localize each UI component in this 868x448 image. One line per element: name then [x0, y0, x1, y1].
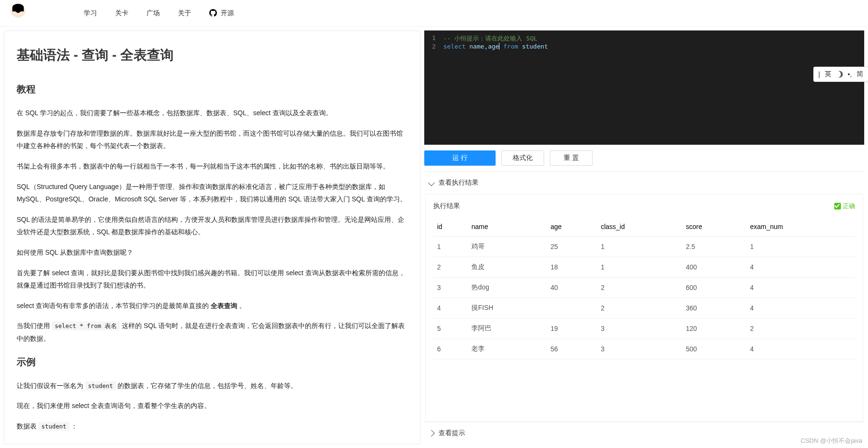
- nav-about[interactable]: 关于: [178, 9, 191, 18]
- comment-text: 小恒提示：请在此处输入 SQL: [454, 35, 537, 42]
- cell: 2: [597, 298, 682, 319]
- comment-prefix: --: [443, 35, 454, 42]
- top-header: 学习 关卡 广场 关于 开源: [0, 0, 868, 27]
- text: 当我们使用: [17, 322, 52, 329]
- result-title: 执行结果: [433, 202, 460, 210]
- col-exam_num: exam_num: [746, 217, 855, 237]
- para: SQL 的语法是简单易学的，它使用类似自然语言的结构，方便开发人员和数据库管理员…: [17, 213, 408, 239]
- collapse-result-label: 查看执行结果: [439, 179, 478, 187]
- cell: 2: [433, 257, 468, 278]
- cell: 2: [597, 278, 682, 298]
- col-class_id: class_id: [597, 217, 682, 237]
- table-row: 6老李5635004: [433, 339, 855, 359]
- col-id: id: [433, 217, 468, 237]
- ident-table: student: [522, 43, 548, 50]
- cell: 5: [433, 319, 468, 339]
- cell: 56: [546, 339, 597, 359]
- format-button[interactable]: 格式化: [501, 150, 544, 166]
- text: 数据表: [17, 422, 39, 430]
- cell: 6: [433, 339, 468, 359]
- para: 在 SQL 学习的起点，我们需要了解一些基本概念，包括数据库、数据表、SQL、s…: [17, 107, 408, 119]
- collapse-hint-label: 查看提示: [439, 429, 465, 438]
- cell: 4: [433, 298, 468, 319]
- nav-opensource-label: 开源: [221, 9, 234, 17]
- cell: 4: [746, 298, 855, 319]
- table-row: 2鱼皮1814004: [433, 257, 855, 278]
- cell: 4: [746, 257, 855, 278]
- moon-icon[interactable]: [836, 71, 843, 78]
- cell: 500: [682, 339, 746, 359]
- cell: 1: [597, 237, 682, 257]
- kw-from: from: [499, 43, 522, 50]
- ime-cursor-icon: |: [819, 70, 820, 78]
- cell: [546, 298, 597, 319]
- result-table: idnameageclass_idscoreexam_num 1鸡哥2512.5…: [433, 217, 855, 359]
- status-badge-correct: 正确: [834, 202, 855, 210]
- nav-study[interactable]: 学习: [84, 9, 97, 18]
- para: 如何使用 SQL 从数据库中查询数据呢？: [17, 246, 408, 259]
- para: 让我们假设有一张名为 student 的数据表，它存储了学生的信息，包括学号、姓…: [17, 379, 408, 392]
- ident-list: name,age: [466, 43, 499, 50]
- cell: 1: [597, 257, 682, 278]
- cell: 3: [433, 278, 468, 298]
- code-student-2: student: [39, 422, 69, 431]
- text: 。: [239, 302, 246, 309]
- cell: 4: [746, 339, 855, 359]
- cell: 40: [546, 278, 597, 298]
- text: ：: [71, 422, 78, 430]
- cell: 25: [546, 237, 597, 257]
- cell: 李阿巴: [468, 319, 546, 339]
- top-nav: 学习 关卡 广场 关于 开源: [84, 9, 234, 18]
- bold-full-query: 全表查询: [211, 302, 237, 309]
- col-name: name: [468, 217, 546, 237]
- collapse-hint-header[interactable]: 查看提示: [424, 422, 864, 444]
- reset-button[interactable]: 重 置: [550, 150, 593, 166]
- cell: 鸡哥: [468, 237, 546, 257]
- chevron-right-icon: [428, 430, 435, 437]
- col-age: age: [546, 217, 597, 237]
- text: select 查询语句有非常多的语法，本节我们学习的是最简单直接的: [17, 302, 211, 309]
- table-row: 4摸FISH23604: [433, 298, 855, 319]
- table-row: 5李阿巴1931202: [433, 319, 855, 339]
- avatar[interactable]: [10, 5, 27, 22]
- ime-lang[interactable]: 英: [825, 70, 831, 79]
- kw-select: select: [443, 43, 466, 50]
- main-split: 基础语法 - 查询 - 全表查询 教程 在 SQL 学习的起点，我们需要了解一些…: [0, 27, 868, 448]
- cell: 18: [546, 257, 597, 278]
- cell: 1: [746, 237, 855, 257]
- sql-editor[interactable]: 1 -- 小恒提示：请在此处输入 SQL 2 select name,age f…: [424, 30, 864, 145]
- ime-simp[interactable]: 简: [857, 70, 863, 79]
- github-icon: [209, 9, 217, 17]
- heading-tutorial: 教程: [17, 80, 408, 98]
- para: 数据表 student ：: [17, 420, 408, 433]
- nav-opensource[interactable]: 开源: [209, 9, 234, 18]
- para: 数据库是存放专门存放和管理数据的库。数据库就好比是一座大型的图书馆，而这个图书馆…: [17, 127, 408, 152]
- cell: 600: [682, 278, 746, 298]
- cell: 鱼皮: [468, 257, 546, 278]
- heading-example: 示例: [17, 353, 408, 371]
- result-panel: 执行结果 正确 idnameageclass_idscoreexam_num 1…: [425, 194, 863, 422]
- code-select-from: select * from 表名: [52, 321, 120, 330]
- run-button[interactable]: 运 行: [424, 150, 496, 166]
- nav-square[interactable]: 广场: [146, 9, 160, 18]
- nav-levels[interactable]: 关卡: [115, 9, 128, 18]
- cell: 2: [746, 319, 855, 339]
- cell: 3: [597, 319, 682, 339]
- ime-toolbar[interactable]: | 英 •, 简: [813, 67, 868, 82]
- col-score: score: [682, 217, 746, 237]
- cell: 3: [597, 339, 682, 359]
- code-student: student: [85, 381, 116, 390]
- tutorial-panel[interactable]: 基础语法 - 查询 - 全表查询 教程 在 SQL 学习的起点，我们需要了解一些…: [4, 30, 420, 444]
- collapse-result-header[interactable]: 查看执行结果: [424, 171, 864, 194]
- cell: 1: [433, 237, 468, 257]
- cell: 19: [546, 319, 597, 339]
- ime-punct[interactable]: •,: [848, 70, 852, 78]
- cell: 老李: [468, 339, 546, 359]
- workspace-panel: 1 -- 小恒提示：请在此处输入 SQL 2 select name,age f…: [424, 30, 864, 444]
- check-icon: [834, 203, 841, 209]
- article: 基础语法 - 查询 - 全表查询 教程 在 SQL 学习的起点，我们需要了解一些…: [4, 31, 420, 444]
- cell: 2.5: [682, 237, 746, 257]
- line-number: 2: [424, 43, 443, 50]
- para: 现在，我们来使用 select 全表查询语句，查看整个学生表的内容。: [17, 399, 408, 412]
- para: select 查询语句有非常多的语法，本节我们学习的是最简单直接的 全表查询 。: [17, 299, 408, 312]
